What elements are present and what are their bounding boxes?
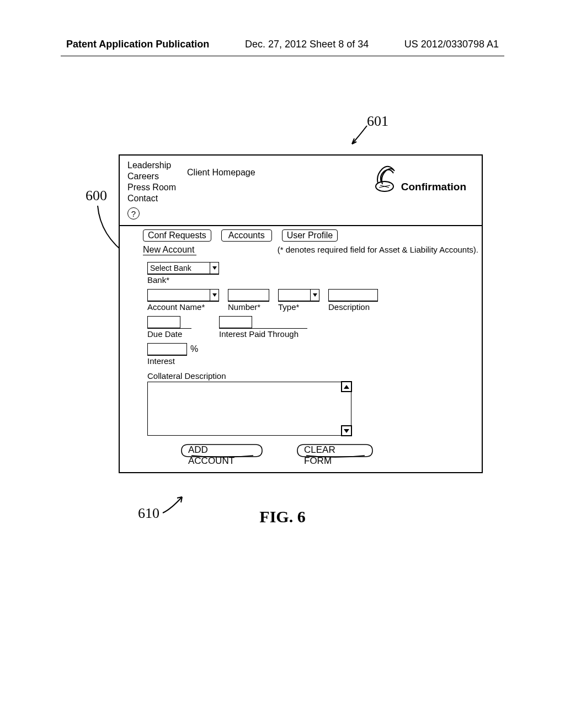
type-field: Type* bbox=[278, 289, 319, 312]
bank-select-value: Select Bank bbox=[148, 263, 210, 274]
interest-label: Interest bbox=[147, 355, 187, 366]
brand-name: Confirmation bbox=[401, 181, 466, 193]
top-bar: Leadership Careers Press Room Contact Cl… bbox=[120, 156, 482, 206]
percent-label: % bbox=[190, 344, 198, 354]
nav-link-contact[interactable]: Contact bbox=[127, 193, 176, 204]
collateral-textarea[interactable] bbox=[147, 382, 351, 436]
description-input[interactable] bbox=[328, 289, 378, 301]
logo-icon bbox=[375, 165, 398, 193]
chevron-down-icon bbox=[310, 290, 319, 301]
type-select[interactable] bbox=[278, 289, 319, 301]
type-label: Type* bbox=[278, 301, 319, 312]
account-name-select[interactable] bbox=[147, 289, 219, 301]
collateral-label: Collateral Description bbox=[147, 371, 476, 381]
interest-paid-label: Interest Paid Through bbox=[219, 328, 307, 339]
callout-arrow-icon bbox=[348, 123, 372, 148]
form-buttons: ADD ACCOUNT CLEAR FORM bbox=[147, 436, 476, 465]
number-input[interactable] bbox=[228, 289, 269, 301]
account-name-label: Account Name* bbox=[147, 301, 219, 312]
due-date-field: Due Date bbox=[147, 316, 180, 339]
interest-paid-field: Interest Paid Through bbox=[219, 316, 252, 339]
number-label: Number* bbox=[228, 301, 269, 312]
tab-user-profile[interactable]: User Profile bbox=[282, 229, 338, 242]
help-icon[interactable]: ? bbox=[127, 207, 140, 220]
scroll-up-icon[interactable] bbox=[341, 381, 352, 392]
description-label: Description bbox=[328, 301, 378, 312]
clear-form-label: CLEAR FORM bbox=[304, 445, 335, 466]
tab-accounts[interactable]: Accounts bbox=[221, 229, 272, 242]
header-left: Patent Application Publication bbox=[66, 39, 209, 50]
new-account-form: Select Bank Bank* Account Name* Number* bbox=[120, 256, 482, 472]
header-center: Dec. 27, 2012 Sheet 8 of 34 bbox=[245, 39, 369, 50]
chevron-down-icon bbox=[210, 263, 218, 274]
add-account-button[interactable]: ADD ACCOUNT bbox=[180, 443, 263, 458]
bank-field: Select Bank Bank* bbox=[147, 262, 219, 285]
due-date-input[interactable] bbox=[147, 316, 180, 328]
callout-601: 601 bbox=[367, 113, 388, 130]
due-date-label: Due Date bbox=[147, 328, 191, 339]
nav-links: Leadership Careers Press Room Contact bbox=[127, 160, 176, 204]
bank-label: Bank* bbox=[147, 274, 219, 285]
form-title: New Account bbox=[143, 245, 196, 255]
clear-form-button[interactable]: CLEAR FORM bbox=[296, 443, 374, 458]
description-field: Description bbox=[328, 289, 378, 312]
client-homepage-link[interactable]: Client Homepage bbox=[187, 160, 255, 178]
figure-caption: FIG. 6 bbox=[0, 507, 565, 526]
nav-link-leadership[interactable]: Leadership bbox=[127, 160, 176, 171]
brand-logo: Confirmation bbox=[375, 160, 466, 193]
ui-window: Leadership Careers Press Room Contact Cl… bbox=[119, 154, 483, 473]
interest-paid-input[interactable] bbox=[219, 316, 252, 328]
account-name-field: Account Name* bbox=[147, 289, 219, 312]
header-right: US 2012/0330798 A1 bbox=[404, 39, 499, 50]
bank-select[interactable]: Select Bank bbox=[147, 262, 219, 274]
interest-field: % Interest bbox=[147, 343, 202, 366]
callout-600-label: 600 bbox=[86, 188, 107, 204]
nav-link-press-room[interactable]: Press Room bbox=[127, 182, 176, 193]
header-rule bbox=[61, 56, 504, 56]
form-header: New Account (* denotes required field fo… bbox=[120, 244, 482, 256]
chevron-down-icon bbox=[210, 290, 218, 301]
tabs: Conf Requests Accounts User Profile bbox=[120, 226, 482, 244]
nav-link-careers[interactable]: Careers bbox=[127, 171, 176, 182]
number-field: Number* bbox=[228, 289, 269, 312]
required-note: (* denotes required field for Asset & Li… bbox=[278, 245, 478, 254]
page-header: Patent Application Publication Dec. 27, … bbox=[0, 0, 565, 56]
callout-600: 600 bbox=[86, 188, 107, 204]
interest-input[interactable] bbox=[147, 343, 187, 355]
scroll-down-icon[interactable] bbox=[341, 425, 352, 436]
tab-conf-requests[interactable]: Conf Requests bbox=[143, 229, 211, 242]
help-row: ? bbox=[120, 206, 482, 225]
